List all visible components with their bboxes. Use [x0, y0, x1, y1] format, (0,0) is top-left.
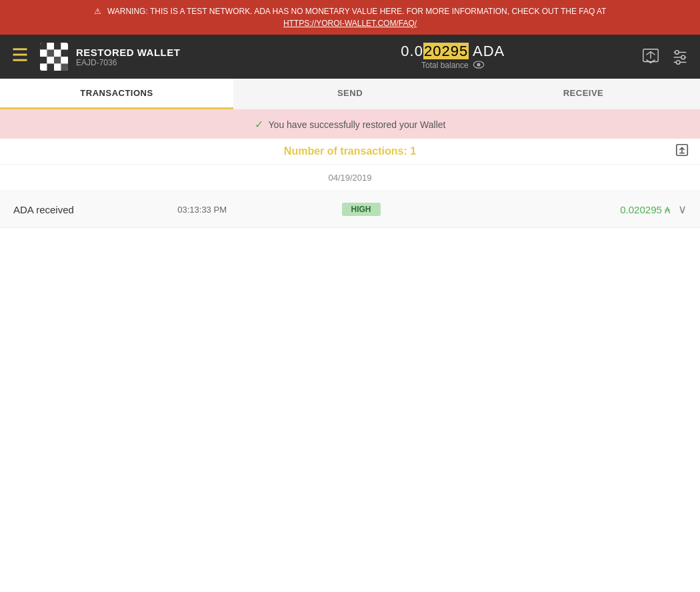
ada-symbol: ₳: [665, 205, 670, 215]
header-actions: [641, 47, 689, 66]
success-message: You have successfully restored your Wall…: [269, 119, 446, 130]
tab-receive[interactable]: RECEIVE: [467, 79, 700, 109]
svg-rect-18: [54, 64, 61, 71]
balance-label: Total balance: [265, 60, 641, 71]
tx-confidence: HIGH: [342, 203, 506, 216]
tx-count-label: Number of transactions: 1: [11, 145, 689, 157]
wallet-info: RESTORED WALLET EAJD-7036: [76, 47, 265, 67]
nav-menu-icon[interactable]: [11, 45, 29, 68]
svg-rect-17: [47, 64, 55, 71]
svg-rect-10: [54, 50, 61, 57]
svg-rect-6: [54, 43, 61, 50]
svg-point-25: [675, 51, 679, 55]
header: RESTORED WALLET EAJD-7036 0.020295 ADA T…: [0, 35, 700, 79]
tx-time: 03:13:33 PM: [177, 205, 341, 215]
svg-rect-14: [54, 57, 61, 64]
svg-rect-5: [47, 43, 55, 50]
balance-currency: ADA: [473, 43, 505, 59]
tab-transactions[interactable]: TRANSACTIONS: [0, 79, 233, 109]
table-row[interactable]: ADA received 03:13:33 PM HIGH 0.020295 ₳…: [0, 191, 700, 228]
success-icon: ✓: [255, 118, 263, 131]
svg-point-27: [681, 55, 685, 59]
balance-section: 0.020295 ADA Total balance: [265, 43, 641, 71]
tx-amount: 0.020295 ₳: [506, 204, 670, 215]
svg-rect-16: [40, 64, 47, 71]
settings-button[interactable]: [671, 47, 689, 66]
svg-rect-7: [61, 43, 69, 50]
tx-amount-value: 0.020295: [620, 204, 662, 215]
balance-visibility-toggle[interactable]: [473, 60, 485, 71]
wallet-name: RESTORED WALLET: [76, 47, 265, 58]
tabs: TRANSACTIONS SEND RECEIVE: [0, 79, 700, 110]
warning-link[interactable]: HTTPS://YOROI-WALLET.COM/FAQ/: [283, 19, 417, 28]
svg-point-21: [477, 63, 480, 66]
tab-send[interactable]: SEND: [233, 79, 467, 109]
expand-transaction-icon[interactable]: ∨: [678, 202, 687, 217]
wallet-avatar: [40, 43, 68, 71]
tx-type: ADA received: [13, 204, 177, 215]
svg-rect-8: [40, 50, 47, 57]
balance-highlighted: 20295: [423, 43, 469, 59]
svg-rect-11: [61, 50, 69, 57]
balance-prefix: 0.0: [401, 43, 423, 59]
svg-rect-13: [47, 57, 55, 64]
confidence-badge: HIGH: [342, 203, 381, 216]
svg-rect-19: [61, 64, 69, 71]
balance-amount: 0.020295 ADA: [265, 43, 641, 60]
warning-icon: ⚠: [94, 7, 101, 16]
wallet-id: EAJD-7036: [76, 58, 265, 67]
transactions-area: Number of transactions: 1 04/19/2019 ADA…: [0, 139, 700, 228]
success-banner: ✓ You have successfully restored your Wa…: [0, 110, 700, 139]
warning-banner: ⚠ WARNING: THIS IS A TEST NETWORK. ADA H…: [0, 0, 700, 35]
export-button[interactable]: [675, 143, 689, 161]
svg-rect-9: [47, 50, 55, 57]
transactions-header: Number of transactions: 1: [0, 139, 700, 165]
date-separator: 04/19/2019: [0, 165, 700, 191]
svg-rect-12: [40, 57, 47, 64]
svg-point-29: [676, 61, 680, 65]
date-label: 04/19/2019: [328, 173, 371, 183]
svg-rect-15: [61, 57, 69, 64]
svg-rect-4: [40, 43, 47, 50]
send-receive-button[interactable]: [641, 47, 660, 66]
warning-text: WARNING: THIS IS A TEST NETWORK. ADA HAS…: [107, 7, 607, 16]
